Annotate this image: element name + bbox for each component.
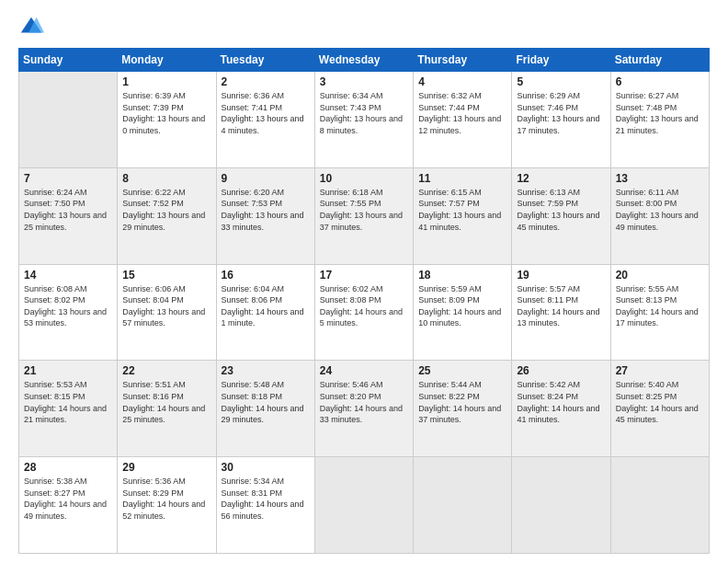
sunset: Sunset: 7:50 PM [24,198,112,210]
sunset: Sunset: 8:31 PM [222,488,310,500]
sunset: Sunset: 8:27 PM [24,488,112,500]
daylight: Daylight: 13 hours and 57 minutes. [122,306,210,329]
page: SundayMondayTuesdayWednesdayThursdayFrid… [0,0,728,563]
daylight: Daylight: 13 hours and 29 minutes. [122,210,210,233]
sunrise: Sunrise: 6:24 AM [24,187,112,199]
daylight: Daylight: 14 hours and 41 minutes. [517,403,605,426]
sunset: Sunset: 8:00 PM [616,198,704,210]
day-info: Sunrise: 6:04 AMSunset: 8:06 PMDaylight:… [222,283,310,329]
sunrise: Sunrise: 5:55 AM [616,283,704,295]
sunrise: Sunrise: 5:51 AM [122,379,210,391]
sunset: Sunset: 8:15 PM [24,391,112,403]
day-number: 17 [320,269,408,282]
calendar-cell: 15Sunrise: 6:06 AMSunset: 8:04 PMDayligh… [118,264,216,361]
col-header-monday: Monday [118,49,216,72]
day-number: 18 [418,269,506,282]
day-info: Sunrise: 6:29 AMSunset: 7:46 PMDaylight:… [517,90,605,136]
day-number: 23 [222,364,310,377]
calendar-cell [512,457,610,554]
day-info: Sunrise: 5:44 AMSunset: 8:22 PMDaylight:… [418,379,506,425]
sunrise: Sunrise: 6:13 AM [517,187,605,199]
daylight: Daylight: 13 hours and 37 minutes. [320,210,408,233]
calendar-cell [414,457,512,554]
col-header-thursday: Thursday [414,49,512,72]
calendar-cell: 24Sunrise: 5:46 AMSunset: 8:20 PMDayligh… [314,361,413,457]
day-number: 24 [320,364,408,377]
daylight: Daylight: 14 hours and 13 minutes. [517,306,605,329]
day-info: Sunrise: 5:42 AMSunset: 8:24 PMDaylight:… [517,379,605,425]
day-number: 10 [320,172,408,185]
daylight: Daylight: 14 hours and 37 minutes. [418,403,506,426]
calendar-cell: 25Sunrise: 5:44 AMSunset: 8:22 PMDayligh… [414,361,512,457]
calendar-cell: 18Sunrise: 5:59 AMSunset: 8:09 PMDayligh… [414,264,512,361]
sunrise: Sunrise: 5:34 AM [222,476,310,488]
week-row-1: 7Sunrise: 6:24 AMSunset: 7:50 PMDaylight… [19,167,710,264]
day-info: Sunrise: 6:18 AMSunset: 7:55 PMDaylight:… [320,187,408,233]
sunrise: Sunrise: 5:46 AM [320,379,408,391]
day-number: 4 [418,75,506,88]
day-number: 1 [122,75,210,88]
sunset: Sunset: 8:16 PM [122,391,210,403]
calendar-cell: 10Sunrise: 6:18 AMSunset: 7:55 PMDayligh… [314,167,413,264]
sunset: Sunset: 8:04 PM [122,294,210,306]
daylight: Daylight: 14 hours and 10 minutes. [418,306,506,329]
sunrise: Sunrise: 6:04 AM [222,283,310,295]
daylight: Daylight: 14 hours and 1 minute. [222,306,310,329]
calendar-cell: 6Sunrise: 6:27 AMSunset: 7:48 PMDaylight… [610,72,709,168]
day-number: 2 [222,75,310,88]
day-number: 9 [222,172,310,185]
header [18,15,710,40]
sunrise: Sunrise: 6:36 AM [222,90,310,102]
sunrise: Sunrise: 5:40 AM [616,379,704,391]
col-header-sunday: Sunday [19,49,118,72]
day-info: Sunrise: 5:46 AMSunset: 8:20 PMDaylight:… [320,379,408,425]
calendar-cell: 1Sunrise: 6:39 AMSunset: 7:39 PMDaylight… [118,72,216,168]
day-info: Sunrise: 6:22 AMSunset: 7:52 PMDaylight:… [122,187,210,233]
day-number: 3 [320,75,408,88]
sunset: Sunset: 8:22 PM [418,391,506,403]
day-info: Sunrise: 5:51 AMSunset: 8:16 PMDaylight:… [122,379,210,425]
day-number: 28 [24,461,112,474]
sunrise: Sunrise: 5:57 AM [517,283,605,295]
calendar-cell: 2Sunrise: 6:36 AMSunset: 7:41 PMDaylight… [216,72,314,168]
col-header-wednesday: Wednesday [314,49,413,72]
sunrise: Sunrise: 5:38 AM [24,476,112,488]
logo-icon [18,15,44,40]
calendar-cell: 11Sunrise: 6:15 AMSunset: 7:57 PMDayligh… [414,167,512,264]
col-header-friday: Friday [512,49,610,72]
calendar-cell: 19Sunrise: 5:57 AMSunset: 8:11 PMDayligh… [512,264,610,361]
daylight: Daylight: 14 hours and 49 minutes. [24,499,112,522]
calendar-cell: 22Sunrise: 5:51 AMSunset: 8:16 PMDayligh… [118,361,216,457]
daylight: Daylight: 13 hours and 41 minutes. [418,210,506,233]
day-number: 30 [222,461,310,474]
calendar-cell: 7Sunrise: 6:24 AMSunset: 7:50 PMDaylight… [19,167,118,264]
day-number: 7 [24,172,112,185]
day-info: Sunrise: 6:08 AMSunset: 8:02 PMDaylight:… [24,283,112,329]
sunset: Sunset: 7:44 PM [418,102,506,114]
sunrise: Sunrise: 6:32 AM [418,90,506,102]
calendar-cell: 4Sunrise: 6:32 AMSunset: 7:44 PMDaylight… [414,72,512,168]
sunrise: Sunrise: 5:53 AM [24,379,112,391]
week-row-0: 1Sunrise: 6:39 AMSunset: 7:39 PMDaylight… [19,72,710,168]
day-info: Sunrise: 5:38 AMSunset: 8:27 PMDaylight:… [24,476,112,522]
day-number: 26 [517,364,605,377]
sunrise: Sunrise: 6:15 AM [418,187,506,199]
week-row-2: 14Sunrise: 6:08 AMSunset: 8:02 PMDayligh… [19,264,710,361]
day-number: 11 [418,172,506,185]
daylight: Daylight: 14 hours and 29 minutes. [222,403,310,426]
calendar-cell [314,457,413,554]
day-info: Sunrise: 6:27 AMSunset: 7:48 PMDaylight:… [616,90,704,136]
sunset: Sunset: 7:48 PM [616,102,704,114]
day-number: 14 [24,269,112,282]
sunrise: Sunrise: 6:29 AM [517,90,605,102]
sunset: Sunset: 8:09 PM [418,294,506,306]
daylight: Daylight: 13 hours and 25 minutes. [24,210,112,233]
daylight: Daylight: 14 hours and 33 minutes. [320,403,408,426]
calendar-cell: 3Sunrise: 6:34 AMSunset: 7:43 PMDaylight… [314,72,413,168]
sunrise: Sunrise: 5:42 AM [517,379,605,391]
sunset: Sunset: 7:57 PM [418,198,506,210]
sunrise: Sunrise: 6:27 AM [616,90,704,102]
sunset: Sunset: 7:46 PM [517,102,605,114]
day-info: Sunrise: 5:57 AMSunset: 8:11 PMDaylight:… [517,283,605,329]
calendar-cell: 14Sunrise: 6:08 AMSunset: 8:02 PMDayligh… [19,264,118,361]
